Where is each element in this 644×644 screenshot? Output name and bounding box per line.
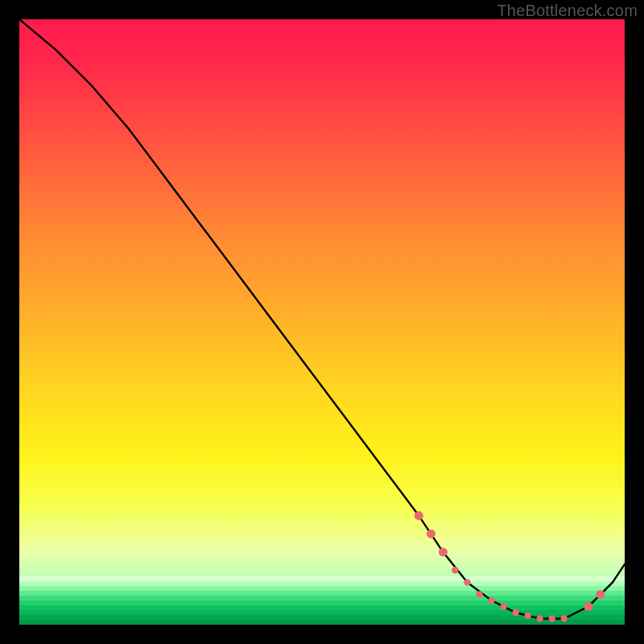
marker-dot	[537, 615, 543, 621]
marker-dot	[584, 602, 592, 611]
marker-dot	[476, 591, 482, 597]
marker-dot	[464, 579, 470, 585]
marker-dot	[512, 609, 518, 616]
marker-dot	[596, 590, 605, 599]
marker-dot	[561, 615, 568, 621]
chart-svg	[19, 19, 625, 625]
marker-dot	[500, 603, 506, 609]
bottleneck-curve	[19, 19, 625, 619]
chart-plot-area	[19, 19, 625, 625]
marker-dot	[439, 547, 448, 556]
marker-dot	[415, 511, 423, 520]
marker-dot	[427, 530, 436, 539]
marker-dot	[525, 613, 531, 619]
marker-dot	[549, 615, 555, 621]
marker-dot	[488, 597, 494, 604]
watermark-text: TheBottleneck.com	[497, 2, 638, 20]
marker-group	[415, 511, 605, 622]
marker-dot	[452, 567, 458, 573]
